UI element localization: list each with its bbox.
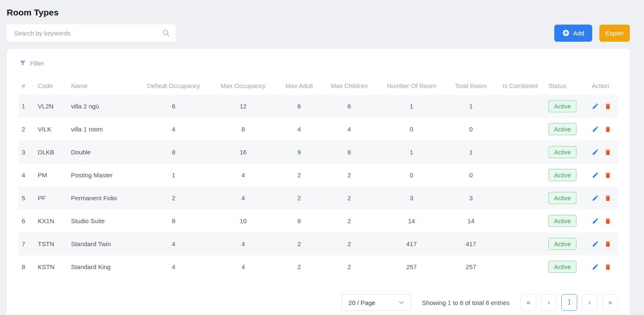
edit-icon[interactable] xyxy=(592,263,599,270)
export-button-label: Export xyxy=(606,30,624,37)
status-badge: Active xyxy=(548,238,576,250)
cell-index: 8 xyxy=(18,255,35,278)
cell-number-of-room: 0 xyxy=(376,118,447,141)
cell-total-room: 0 xyxy=(447,164,495,186)
cell-name: Permanent Folio xyxy=(68,186,137,209)
page-button-1[interactable]: 1 xyxy=(561,294,577,311)
prev-page-button[interactable]: ‹ xyxy=(541,294,557,311)
cell-default-occupancy: 4 xyxy=(137,118,210,141)
cell-number-of-room: 0 xyxy=(376,164,447,186)
cell-name: Standard Twin xyxy=(68,232,137,255)
cell-default-occupancy: 2 xyxy=(137,186,210,209)
cell-max-children: 6 xyxy=(322,95,376,118)
filter-toggle[interactable]: Filter xyxy=(19,60,44,67)
cell-action xyxy=(588,141,618,164)
cell-is-combined xyxy=(495,118,545,141)
delete-icon[interactable] xyxy=(604,126,611,133)
cell-name: villa 2 ngủ xyxy=(68,95,137,118)
delete-icon[interactable] xyxy=(604,171,611,179)
cell-status: Active xyxy=(545,118,588,141)
cell-code: VL2N xyxy=(35,95,68,118)
cell-code: VILK xyxy=(35,118,68,141)
cell-number-of-room: 257 xyxy=(376,255,447,278)
cell-max-adult: 9 xyxy=(276,141,322,164)
cell-default-occupancy: 4 xyxy=(137,255,210,278)
edit-icon[interactable] xyxy=(592,126,599,133)
table-row: 1 VL2N villa 2 ngủ 6 12 6 6 1 1 Active xyxy=(18,95,618,118)
cell-name: Posting Master xyxy=(68,164,137,186)
edit-icon[interactable] xyxy=(592,149,599,156)
edit-icon[interactable] xyxy=(592,103,599,110)
add-button-label: Add xyxy=(573,30,584,37)
cell-is-combined xyxy=(495,255,545,278)
last-page-button[interactable]: » xyxy=(602,294,618,311)
plus-circle-icon xyxy=(562,29,570,37)
cell-max-children: 2 xyxy=(322,209,376,232)
search-wrap xyxy=(7,24,176,42)
cell-number-of-room: 14 xyxy=(376,209,447,232)
export-button[interactable]: Export xyxy=(599,25,630,42)
column-header-default-occupancy: Default Occupancy xyxy=(137,77,210,95)
cell-max-adult: 4 xyxy=(276,118,322,141)
cell-status: Active xyxy=(545,255,588,278)
table-footer: 20 / Page Showing 1 to 8 of total 8 entr… xyxy=(18,294,618,311)
cell-max-children: 2 xyxy=(322,232,376,255)
delete-icon[interactable] xyxy=(604,217,611,225)
delete-icon[interactable] xyxy=(604,103,611,110)
cell-number-of-room: 1 xyxy=(376,95,447,118)
cell-status: Active xyxy=(545,141,588,164)
cell-total-room: 14 xyxy=(447,209,495,232)
add-button[interactable]: Add xyxy=(554,25,592,42)
cell-code: KX1N xyxy=(35,209,68,232)
cell-index: 1 xyxy=(18,95,35,118)
table-header-row: #CodeNameDefault OccupancyMax OccupancyM… xyxy=(18,77,618,95)
table-row: 3 DLKB Double 8 16 9 8 1 1 Active xyxy=(18,141,618,164)
filter-label: Filter xyxy=(30,60,44,67)
status-badge: Active xyxy=(548,100,576,112)
search-input[interactable] xyxy=(7,24,176,42)
column-header-max-children: Max Children xyxy=(322,77,376,95)
cell-action xyxy=(588,232,618,255)
cell-name: Standard King xyxy=(68,255,137,278)
pagination-summary: Showing 1 to 8 of total 8 entries xyxy=(422,299,510,306)
cell-is-combined xyxy=(495,209,545,232)
cell-action xyxy=(588,95,618,118)
column-header-name: Name xyxy=(68,77,137,95)
cell-status: Active xyxy=(545,232,588,255)
edit-icon[interactable] xyxy=(592,217,599,224)
room-types-table: #CodeNameDefault OccupancyMax OccupancyM… xyxy=(18,77,618,278)
delete-icon[interactable] xyxy=(604,240,611,248)
cell-max-children: 2 xyxy=(322,255,376,278)
room-types-page: Room Types Add Ex xyxy=(0,0,644,315)
next-page-button[interactable]: › xyxy=(582,294,598,311)
edit-icon[interactable] xyxy=(592,171,599,179)
cell-max-adult: 6 xyxy=(276,95,322,118)
edit-icon[interactable] xyxy=(592,194,599,202)
column-header-status: Status xyxy=(545,77,588,95)
cell-index: 7 xyxy=(18,232,35,255)
status-badge: Active xyxy=(548,146,576,158)
cell-max-adult: 2 xyxy=(276,232,322,255)
delete-icon[interactable] xyxy=(604,149,611,156)
cell-number-of-room: 3 xyxy=(376,186,447,209)
table-row: 6 KX1N Studio Suite 8 10 8 2 14 14 Activ… xyxy=(18,209,618,232)
page-size-select[interactable]: 20 / Page xyxy=(341,294,411,311)
cell-total-room: 1 xyxy=(447,95,495,118)
cell-is-combined xyxy=(495,186,545,209)
cell-max-occupancy: 8 xyxy=(210,118,276,141)
status-badge: Active xyxy=(548,261,576,273)
column-header-action: Action xyxy=(588,77,618,95)
first-page-button[interactable]: « xyxy=(520,294,536,311)
delete-icon[interactable] xyxy=(604,194,611,202)
cell-total-room: 1 xyxy=(447,141,495,164)
cell-action xyxy=(588,186,618,209)
cell-is-combined xyxy=(495,141,545,164)
table-row: 5 PF Permanent Folio 2 4 2 2 3 3 Active xyxy=(18,186,618,209)
edit-icon[interactable] xyxy=(592,240,599,247)
cell-total-room: 257 xyxy=(447,255,495,278)
column-header-number-of-room: Number Of Room xyxy=(376,77,447,95)
cell-action xyxy=(588,209,618,232)
delete-icon[interactable] xyxy=(604,263,611,271)
cell-max-children: 4 xyxy=(322,118,376,141)
cell-max-children: 8 xyxy=(322,141,376,164)
